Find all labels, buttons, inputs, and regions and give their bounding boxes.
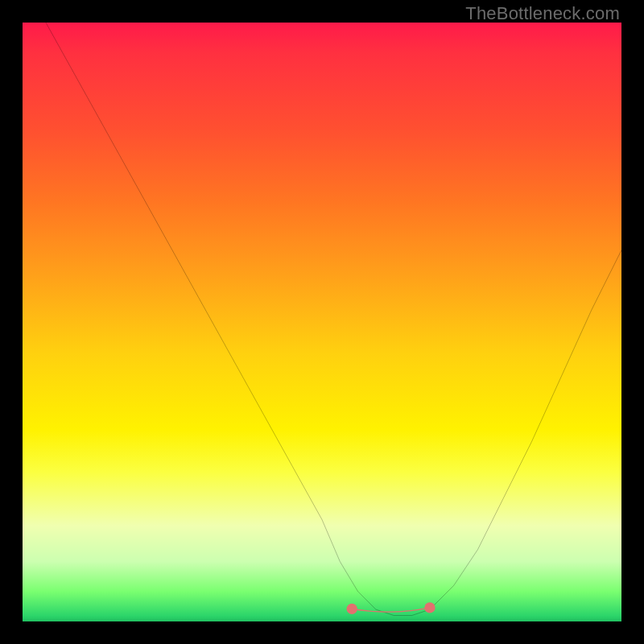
plot-area [23, 23, 621, 621]
optimal-zone-marker [352, 608, 430, 612]
optimal-zone-svg [23, 23, 621, 621]
optimal-zone-dot-left [347, 604, 357, 614]
watermark-text: TheBottleneck.com [465, 3, 620, 24]
optimal-zone-dot-right [424, 602, 435, 613]
chart-frame: TheBottleneck.com [0, 0, 644, 644]
